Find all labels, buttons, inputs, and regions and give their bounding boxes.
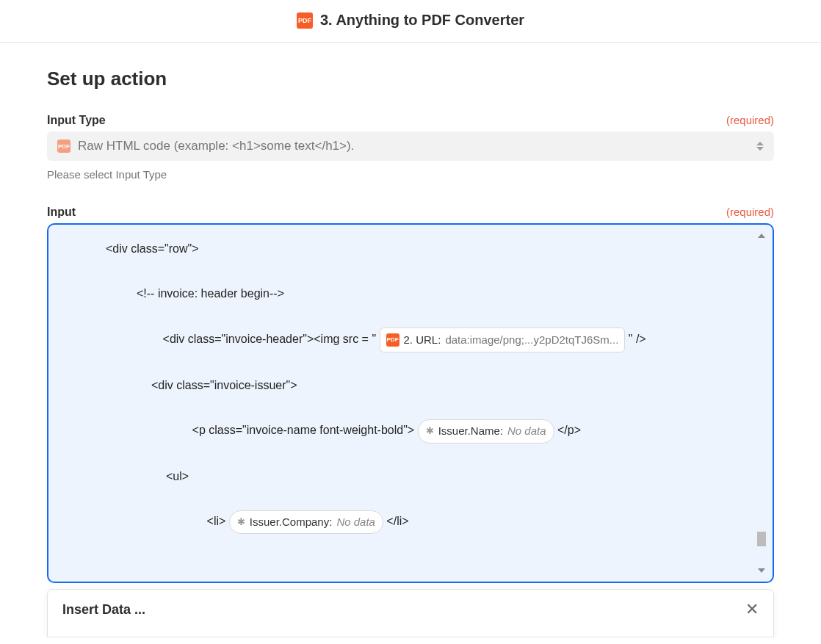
input-type-help: Please select Input Type [47,168,774,181]
code-scroll-area[interactable]: <div class="row"> <!-- invoice: header b… [69,238,752,568]
code-line: <li> ✱Issuer.Address: No data </li> [69,557,737,568]
input-type-label: Input Type [47,114,106,127]
code-line: <p class="invoice-name font-weight-bold"… [69,397,737,466]
pdf-icon: PDF [386,333,399,347]
select-caret-icon [756,142,764,151]
code-line: <li> ✱Issuer.Company: No data </li> [69,488,737,557]
code-line: <ul> [69,466,737,488]
pdf-icon: PDF [297,12,313,29]
input-type-select[interactable]: PDF Raw HTML code (example: <h1>some tex… [47,131,774,161]
input-type-value: Raw HTML code (example: <h1>some text</h… [78,139,354,153]
app-name: Anything to PDF Converter [336,12,524,28]
scrollbar[interactable] [756,234,767,573]
code-line: <div class="invoice-header"><img src = "… [69,305,737,375]
code-line: <div class="invoice-issuer"> [69,375,737,397]
input-type-required: (required) [726,114,774,126]
content-area: Set up action Input Type (required) PDF … [47,43,774,637]
gear-icon: ✱ [237,513,245,532]
issuer-name-pill[interactable]: ✱Issuer.Name: No data [418,419,554,444]
section-heading: Set up action [47,68,774,90]
step-title: 3. Anything to PDF Converter [320,12,524,29]
step-header: PDF 3. Anything to PDF Converter [0,0,821,43]
scroll-down-icon[interactable] [758,568,765,573]
input-label: Input [47,206,76,219]
gear-icon: ✱ [426,422,434,441]
code-line: <div class="row"> [69,238,737,260]
scroll-up-icon[interactable] [758,234,765,238]
input-label-row: Input (required) [47,206,774,219]
input-required: (required) [726,206,774,218]
url-data-pill[interactable]: PDF2. URL: data:image/png;...y2pD2tqTJ6S… [380,328,626,353]
input-type-label-row: Input Type (required) [47,114,774,127]
step-number: 3. [320,12,333,28]
insert-data-title: Insert Data ... [62,602,145,618]
insert-data-panel: Insert Data ... ✕ [47,589,774,637]
pdf-icon: PDF [57,140,70,153]
scroll-thumb[interactable] [757,532,766,546]
code-line: <!-- invoice: header begin--> [69,283,737,305]
issuer-company-pill[interactable]: ✱Issuer.Company: No data [229,510,383,535]
code-blank-line [69,260,737,282]
input-code-editor[interactable]: <div class="row"> <!-- invoice: header b… [47,223,774,583]
close-icon[interactable]: ✕ [745,601,759,618]
